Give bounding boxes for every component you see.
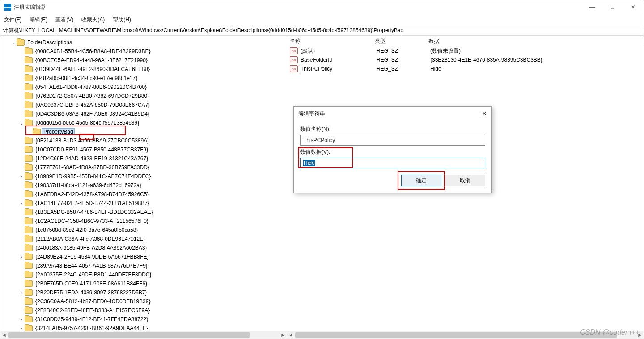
value-data: (数值未设置): [430, 47, 644, 55]
expand-icon[interactable]: ›: [18, 290, 25, 295]
tree-node[interactable]: ›{24D89E24-2F19-4534-9DDE-6A6671FBB8FE}: [2, 252, 287, 261]
value-type: REG_SZ: [377, 66, 430, 72]
edit-string-dialog: 编辑字符串 ✕ 数值名称(N): 数值数据(V): Hide 确定 取消: [293, 106, 492, 193]
expand-icon[interactable]: ›: [18, 174, 25, 179]
value-data-label: 数值数据(V):: [300, 148, 485, 156]
tree-node[interactable]: {054FAE61-4DD8-4787-80B6-090220C4B700}: [2, 83, 287, 92]
value-row[interactable]: ab(默认)REG_SZ(数值未设置): [287, 46, 644, 55]
tree-node[interactable]: {1C2AC1DC-4358-4B6C-9733-AF21156576F0}: [2, 217, 287, 226]
column-headers[interactable]: 名称 类型 数据: [287, 36, 644, 46]
menu-help[interactable]: 帮助(H): [112, 15, 132, 25]
tree-node[interactable]: {1A6FDBA2-F42D-4358-A798-B74D745926C5}: [2, 190, 287, 199]
folder-icon: [25, 182, 33, 188]
tree-node[interactable]: {289A9A43-BE44-4057-A41B-587A76D7E7F9}: [2, 261, 287, 270]
value-name-label: 数值名称(N):: [300, 126, 485, 133]
close-button[interactable]: ✕: [623, 0, 644, 14]
menu-favorites[interactable]: 收藏夹(A): [80, 15, 106, 25]
tree-node[interactable]: ⌄FolderDescriptions: [2, 38, 287, 47]
tree-node[interactable]: ⌄{0ddd015d-b06c-45d5-8c4c-f59713854639}: [2, 118, 287, 127]
expand-icon[interactable]: ›: [18, 201, 25, 206]
tree-label: {1A6FDBA2-F42D-4358-A798-B74D745926C5}: [34, 191, 150, 197]
tree-node[interactable]: PropertyBag: [2, 127, 287, 136]
tree-node[interactable]: ›{3214FAB5-9757-4298-BB61-92A9DEAA44FF}: [2, 324, 287, 331]
menu-file[interactable]: 文件(F): [3, 15, 22, 25]
dialog-close-icon[interactable]: ✕: [482, 110, 487, 117]
value-data-field[interactable]: Hide: [300, 158, 485, 168]
menubar: 文件(F) 编辑(E) 查看(V) 收藏夹(A) 帮助(H): [0, 14, 644, 25]
expand-icon[interactable]: ›: [18, 255, 25, 259]
tree-node[interactable]: {0139D44E-6AFE-49F2-8690-3DAFCAE6FFB8}: [2, 65, 287, 74]
tree-label: {0762D272-C50A-4BB0-A382-697DCD729B80}: [34, 93, 150, 99]
tree-node[interactable]: {2C36C0AA-5812-4b87-BFD0-4CD0DFB19B39}: [2, 297, 287, 306]
tree-node[interactable]: {1e87508d-89c2-42f0-8a7e-645a0f50ca58}: [2, 226, 287, 234]
regedit-window: 注册表编辑器 — □ ✕ 文件(F) 编辑(E) 查看(V) 收藏夹(A) 帮助…: [0, 0, 644, 339]
app-icon: [4, 4, 11, 11]
tree-node[interactable]: {2112AB0A-C86A-4ffe-A368-0DE96E47012E}: [2, 234, 287, 243]
folder-icon: [17, 39, 25, 46]
tree-label: {008CA0B1-55B4-4C56-B8A8-4DE4B299D3BE}: [34, 48, 152, 54]
folder-icon: [25, 263, 33, 269]
tree-node[interactable]: {2B0F765D-C0E9-4171-908E-08A611B84FF6}: [2, 279, 287, 288]
ok-button[interactable]: 确定: [401, 175, 441, 186]
folder-icon: [25, 227, 33, 233]
tree-scroll[interactable]: ⌄FolderDescriptions{008CA0B1-55B4-4C56-B…: [0, 36, 287, 331]
tree-node[interactable]: ›{1AC14E77-02E7-4E5D-B744-2EB1AE5198B7}: [2, 199, 287, 208]
tree-hscroll[interactable]: ◄ ►: [0, 331, 287, 339]
titlebar: 注册表编辑器 — □ ✕: [0, 0, 644, 14]
expand-icon[interactable]: ⌄: [10, 40, 17, 45]
dialog-titlebar[interactable]: 编辑字符串 ✕: [294, 107, 491, 120]
tree-label: {190337d1-b8ca-4121-a639-6d472d16972a}: [34, 182, 142, 188]
tree-label: {2A00375E-224C-49DE-B8D1-440DF7EF3DDC}: [34, 272, 152, 278]
tree-node[interactable]: ›{2B20DF75-1EDA-4039-8097-38798227D5B7}: [2, 288, 287, 297]
tree-node[interactable]: {10C07CD0-EF91-4567-B850-448B77CB37F9}: [2, 145, 287, 154]
tree-label: {0F214138-B1D3-4a90-BBA9-27CBC0C5389A}: [34, 138, 150, 144]
address-bar[interactable]: 计算机\HKEY_LOCAL_MACHINE\SOFTWARE\Microsof…: [0, 25, 644, 36]
tree-label: {0482af6c-08f1-4c34-8c90-e17ec98b1e17}: [34, 75, 138, 81]
tree-node[interactable]: {1B3EA5DC-B587-4786-B4EF-BD1DC332AEAE}: [2, 208, 287, 217]
menu-view[interactable]: 查看(V): [55, 15, 74, 25]
expand-icon[interactable]: ›: [18, 326, 25, 331]
folder-icon: [25, 200, 33, 206]
folder-icon: [25, 209, 33, 215]
expand-icon[interactable]: ›: [18, 317, 25, 322]
tree-node[interactable]: {2400183A-6185-49FB-A2D8-4A392A602BA3}: [2, 243, 287, 252]
value-row[interactable]: abThisPCPolicyREG_SZHide: [287, 64, 644, 73]
tree-node[interactable]: {00BCFC5A-ED94-4e48-96A1-3F6217F21990}: [2, 56, 287, 65]
folder-icon: [25, 84, 33, 90]
folder-icon: [25, 254, 33, 260]
folder-icon: [25, 93, 33, 99]
col-data[interactable]: 数据: [428, 38, 644, 45]
folder-icon: [25, 325, 33, 331]
tree-node[interactable]: {2A00375E-224C-49DE-B8D1-440DF7EF3DDC}: [2, 270, 287, 279]
tree-node[interactable]: ›{31C0DD25-9439-4F12-BF41-7FF4EDA38722}: [2, 315, 287, 324]
expand-icon[interactable]: ⌄: [18, 121, 25, 126]
tree-node[interactable]: {12D4C69E-24AD-4923-BE19-31321C43A767}: [2, 154, 287, 163]
tree-node[interactable]: {008CA0B1-55B4-4C56-B8A8-4DE4B299D3BE}: [2, 47, 287, 56]
scroll-left-icon[interactable]: ◄: [0, 331, 8, 339]
scroll-right-icon[interactable]: ►: [636, 331, 644, 339]
col-name[interactable]: 名称: [290, 38, 375, 45]
cancel-button[interactable]: 取消: [445, 175, 485, 186]
tree-node[interactable]: {0F214138-B1D3-4a90-BBA9-27CBC0C5389A}: [2, 136, 287, 145]
tree-node[interactable]: {190337d1-b8ca-4121-a639-6d472d16972a}: [2, 181, 287, 190]
folder-icon: [25, 280, 33, 287]
tree-label: {12D4C69E-24AD-4923-BE19-31321C43A767}: [34, 155, 149, 162]
tree-node[interactable]: ›{18989B1D-99B5-455B-841C-AB7C74E4DDFC}: [2, 172, 287, 181]
tree-node[interactable]: {1777F761-68AD-4D8A-87BD-30B759FA33DD}: [2, 163, 287, 172]
col-type[interactable]: 类型: [375, 38, 428, 45]
scroll-left-icon[interactable]: ◄: [287, 331, 294, 339]
tree-node[interactable]: {0482af6c-08f1-4c34-8c90-e17ec98b1e17}: [2, 74, 287, 83]
scroll-right-icon[interactable]: ►: [280, 331, 287, 339]
menu-edit[interactable]: 编辑(E): [29, 15, 48, 25]
tree-node[interactable]: {2F8B40C2-83ED-48EE-B383-A1F157EC6F9A}: [2, 306, 287, 315]
value-row[interactable]: abBaseFolderIdREG_SZ{33E28130-4E1E-4676-…: [287, 55, 644, 64]
tree-label: {1e87508d-89c2-42f0-8a7e-645a0f50ca58}: [34, 227, 139, 233]
values-hscroll[interactable]: ◄ ►: [287, 331, 644, 339]
folder-icon: [25, 298, 33, 305]
folder-icon: [25, 289, 33, 296]
tree-node[interactable]: {0762D272-C50A-4BB0-A382-697DCD729B80}: [2, 92, 287, 100]
minimize-button[interactable]: —: [582, 0, 602, 14]
maximize-button[interactable]: □: [602, 0, 623, 14]
tree-node[interactable]: {0AC0837C-BBF8-452A-850D-79D08E667CA7}: [2, 100, 287, 109]
tree-node[interactable]: {0D4C3DB6-03A3-462F-A0E6-08924C41B5D4}: [2, 109, 287, 118]
